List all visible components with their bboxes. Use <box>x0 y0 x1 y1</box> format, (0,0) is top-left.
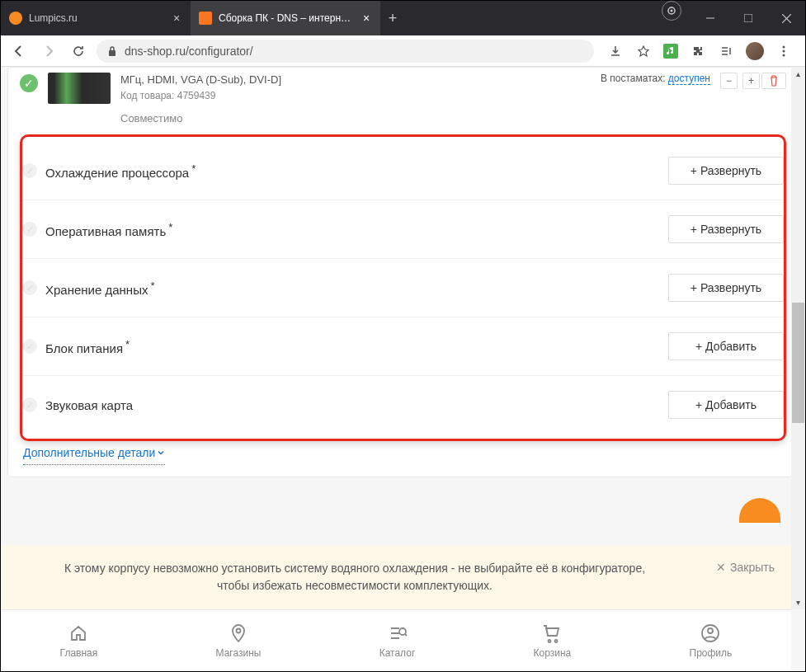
nav-label: Корзина <box>534 647 572 659</box>
svg-point-14 <box>708 628 713 633</box>
home-icon <box>68 623 89 644</box>
location-icon <box>228 623 249 644</box>
nav-label: Каталог <box>379 647 416 659</box>
scroll-thumb[interactable] <box>792 303 804 423</box>
fab-button[interactable] <box>739 498 780 523</box>
category-status-icon: ✓ <box>22 339 37 354</box>
availability-link[interactable]: доступен <box>668 73 710 85</box>
compat-status: Совместимо <box>120 111 591 126</box>
nav-cart[interactable]: Корзина <box>534 623 572 659</box>
category-status-icon: ✓ <box>22 222 37 237</box>
back-button[interactable] <box>7 40 31 63</box>
scroll-down-icon[interactable]: ▾ <box>791 595 805 609</box>
category-name: Оперативная память* <box>45 221 172 238</box>
notice-text: К этому корпусу невозможно установить си… <box>64 562 645 592</box>
cart-icon <box>541 623 563 644</box>
category-row-psu: ✓ Блок питания* + Добавить <box>22 317 784 375</box>
scroll-up-icon[interactable]: ▴ <box>791 67 805 81</box>
svg-point-7 <box>783 45 785 48</box>
category-name: Звуковая карта <box>45 398 133 412</box>
reload-button[interactable] <box>67 40 90 63</box>
browser-tab-0[interactable]: Lumpics.ru × <box>1 1 191 35</box>
notice-bar: К этому корпусу невозможно установить си… <box>1 545 791 609</box>
svg-point-11 <box>399 628 406 635</box>
window-controls <box>691 1 805 35</box>
category-row-sound: ✓ Звуковая карта + Добавить <box>22 375 784 434</box>
svg-point-9 <box>783 54 785 56</box>
music-extension-icon[interactable] <box>663 44 678 59</box>
nav-home[interactable]: Главная <box>60 623 98 659</box>
browser-titlebar: Lumpics.ru × Сборка ПК - DNS – интернет … <box>1 1 805 35</box>
close-icon: × <box>717 557 726 579</box>
svg-point-10 <box>236 629 240 633</box>
check-icon: ✓ <box>20 74 38 92</box>
tab-title-0: Lumpics.ru <box>29 12 164 24</box>
maximize-button[interactable] <box>729 1 767 35</box>
kebab-menu-icon[interactable] <box>775 43 792 59</box>
configurator-card: ✓ МГц, HDMI, VGA (D-Sub), DVI-D] Код тов… <box>7 67 799 477</box>
profile-avatar-icon[interactable] <box>746 42 764 60</box>
notice-close-button[interactable]: × Закрыть <box>717 557 775 579</box>
qty-minus[interactable]: − <box>720 73 738 89</box>
nav-label: Главная <box>60 647 98 659</box>
svg-line-12 <box>405 634 407 636</box>
forward-button[interactable] <box>37 40 60 63</box>
remove-button[interactable] <box>761 73 786 89</box>
expand-button[interactable]: + Развернуть <box>668 274 784 302</box>
qty-controls: − + <box>720 73 760 89</box>
minimize-button[interactable] <box>691 1 729 35</box>
close-window-button[interactable] <box>767 1 805 35</box>
svg-rect-3 <box>744 14 752 22</box>
expand-button[interactable]: + Развернуть <box>668 215 784 243</box>
category-name: Охлаждение процессора* <box>45 162 196 180</box>
product-thumbnail[interactable] <box>48 73 111 104</box>
category-row-storage: ✓ Хранение данных* + Развернуть <box>22 258 784 317</box>
address-bar: dns-shop.ru/configurator/ <box>1 35 805 67</box>
product-spec: МГц, HDMI, VGA (D-Sub), DVI-D] <box>120 73 591 87</box>
category-row-ram: ✓ Оперативная память* + Развернуть <box>22 200 784 258</box>
nav-stores[interactable]: Магазины <box>216 623 262 659</box>
highlighted-categories: ✓ Охлаждение процессора* + Развернуть ✓ … <box>20 134 786 441</box>
qty-plus[interactable]: + <box>742 73 760 89</box>
category-row-cooling: ✓ Охлаждение процессора* + Развернуть <box>22 142 784 200</box>
additional-parts-link[interactable]: Дополнительные детали <box>23 441 165 465</box>
catalog-icon <box>387 623 408 644</box>
profile-icon <box>700 623 721 644</box>
download-icon[interactable] <box>607 43 624 59</box>
reading-list-icon[interactable] <box>718 43 734 59</box>
scrollbar[interactable]: ▴ ▾ <box>791 67 805 609</box>
nav-label: Магазины <box>216 647 262 659</box>
category-status-icon: ✓ <box>22 280 37 295</box>
product-info: МГц, HDMI, VGA (D-Sub), DVI-D] Код товар… <box>120 73 591 126</box>
tab-favicon-1 <box>199 12 212 25</box>
browser-tab-1[interactable]: Сборка ПК - DNS – интернет ма × <box>191 1 380 35</box>
expand-button[interactable]: + Развернуть <box>668 157 784 185</box>
extensions-puzzle-icon[interactable] <box>690 43 706 59</box>
url-text: dns-shop.ru/configurator/ <box>125 45 253 58</box>
new-tab-button[interactable]: + <box>380 1 405 35</box>
extension-area <box>601 42 799 60</box>
nav-label: Профиль <box>690 647 733 659</box>
close-icon[interactable]: × <box>171 12 182 24</box>
category-status-icon: ✓ <box>22 397 37 412</box>
add-button[interactable]: + Добавить <box>668 332 784 360</box>
add-button[interactable]: + Добавить <box>668 391 784 419</box>
svg-point-1 <box>671 10 673 12</box>
tab-title-1: Сборка ПК - DNS – интернет ма <box>219 12 354 24</box>
svg-rect-6 <box>109 50 115 56</box>
category-name: Хранение данных* <box>45 280 155 297</box>
bottom-nav: Главная Магазины Каталог Корзина Профиль <box>1 609 791 671</box>
bookmark-star-icon[interactable] <box>635 43 652 59</box>
nav-catalog[interactable]: Каталог <box>379 623 416 659</box>
page-viewport: ✓ МГц, HDMI, VGA (D-Sub), DVI-D] Код тов… <box>1 67 805 671</box>
category-name: Блок питания* <box>45 338 130 355</box>
close-icon[interactable]: × <box>361 12 372 24</box>
account-indicator-icon[interactable] <box>662 1 681 21</box>
product-row: ✓ МГц, HDMI, VGA (D-Sub), DVI-D] Код тов… <box>20 68 786 134</box>
tab-favicon-0 <box>9 12 22 25</box>
availability: В постаматах: доступен <box>601 73 710 84</box>
chevron-down-icon <box>157 449 165 457</box>
svg-point-8 <box>783 49 785 52</box>
nav-profile[interactable]: Профиль <box>690 623 733 659</box>
url-field[interactable]: dns-shop.ru/configurator/ <box>97 40 594 63</box>
